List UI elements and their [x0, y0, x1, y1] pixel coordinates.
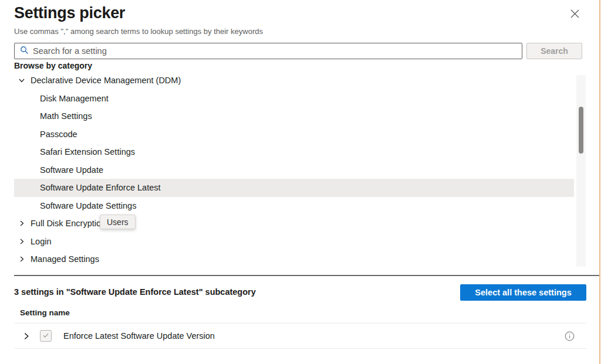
tree-item-label: Software Update Settings [40, 201, 136, 210]
chevron-right-icon[interactable] [18, 220, 25, 227]
setting-checkbox-checked-disabled[interactable] [40, 330, 52, 342]
search-button[interactable]: Search [526, 43, 582, 59]
tree-item-full-disk-encryption[interactable]: Full Disk Encryption [14, 215, 574, 233]
panel-edge-line [599, 0, 600, 364]
tree-item-safari-extension-settings[interactable]: Safari Extension Settings [14, 143, 574, 161]
scrollbar-thumb[interactable] [579, 107, 583, 154]
tree-item-software-update[interactable]: Software Update [14, 161, 574, 179]
page-title: Settings picker [14, 4, 125, 22]
info-icon[interactable] [565, 331, 575, 341]
close-icon [570, 9, 580, 21]
users-tooltip: Users [100, 215, 136, 229]
tree-item-label: Safari Extension Settings [40, 147, 135, 157]
chevron-right-icon[interactable] [18, 237, 25, 245]
select-all-these-settings-button[interactable]: Select all these settings [460, 284, 586, 301]
tree-scrollbar[interactable] [576, 75, 586, 267]
chevron-down-icon[interactable] [18, 77, 25, 84]
tree-item-label: Declarative Device Management (DDM) [31, 76, 181, 85]
browse-by-category-label: Browse by category [14, 61, 92, 70]
tree-item-ddm[interactable]: Declarative Device Management (DDM) [14, 72, 574, 90]
tree-item-label: Software Update [40, 165, 103, 175]
tree-item-label: Full Disk Encryption [31, 219, 106, 228]
setting-name: Enforce Latest Software Update Version [63, 331, 215, 341]
dialog-subtitle: Use commas "," among search terms to loo… [14, 27, 263, 36]
table-row: Enforce Latest Software Update Version [14, 323, 586, 349]
tree-item-disk-management[interactable]: Disk Management [14, 90, 574, 108]
tree-item-software-update-enforce-latest[interactable]: Software Update Enforce Latest [14, 179, 574, 197]
tree-item-label: Disk Management [40, 94, 109, 103]
tree-item-label: Managed Settings [31, 254, 99, 264]
search-box[interactable] [14, 43, 522, 59]
tree-item-label: Passcode [40, 130, 77, 139]
settings-picker-dialog: Settings picker Use commas "," among sea… [0, 0, 601, 364]
section-divider [14, 275, 599, 276]
tree-item-login[interactable]: Login [14, 233, 574, 251]
tree-item-passcode[interactable]: Passcode [14, 125, 574, 144]
results-summary: 3 settings in "Software Update Enforce L… [14, 287, 256, 297]
tree-item-label: Software Update Enforce Latest [40, 183, 161, 192]
chevron-right-icon[interactable] [18, 256, 25, 263]
category-tree: Declarative Device Management (DDM) Disk… [14, 72, 574, 268]
tree-item-label: Math Settings [40, 111, 92, 121]
chevron-right-icon[interactable] [22, 332, 30, 340]
tree-item-math-settings[interactable]: Math Settings [14, 107, 574, 125]
tree-item-managed-settings[interactable]: Managed Settings [14, 250, 574, 268]
search-icon [20, 46, 29, 57]
close-button[interactable] [568, 8, 582, 22]
tree-item-label: Login [31, 237, 51, 246]
tree-item-software-update-settings[interactable]: Software Update Settings [14, 197, 574, 215]
setting-name-column-header: Setting name [20, 308, 70, 317]
checkmark-icon [42, 331, 49, 341]
search-input[interactable] [33, 44, 522, 58]
